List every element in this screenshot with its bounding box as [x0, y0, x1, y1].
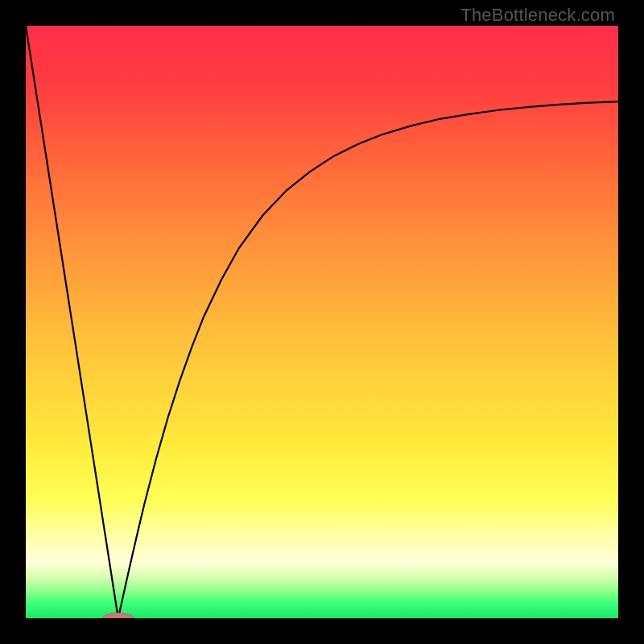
gradient-background [26, 26, 618, 618]
chart-frame: TheBottleneck.com [0, 0, 644, 644]
watermark-text: TheBottleneck.com [460, 5, 615, 26]
bottleneck-curve-chart [26, 26, 618, 618]
plot-area [26, 26, 618, 618]
